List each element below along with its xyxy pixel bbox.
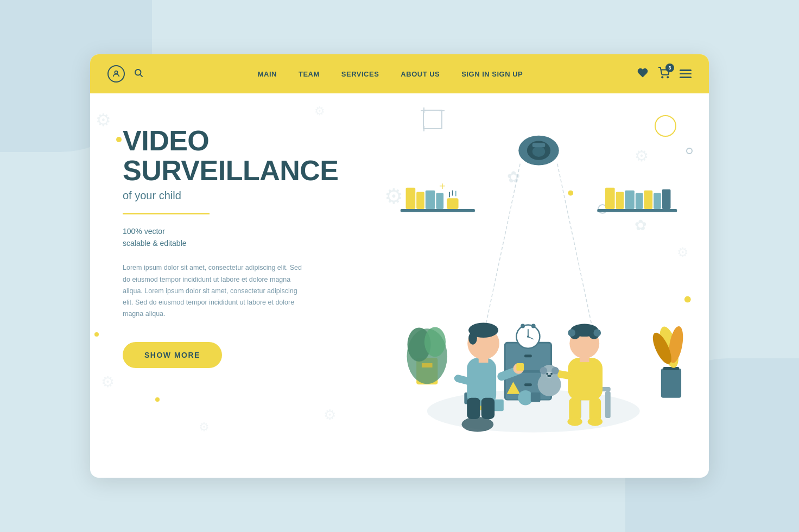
header-right: 3 bbox=[637, 67, 692, 81]
header: MAIN TEAM SERVICES ABOUT US SIGN IN SIGN… bbox=[90, 54, 709, 93]
svg-rect-22 bbox=[597, 209, 677, 212]
cart-badge: 3 bbox=[665, 64, 674, 72]
gear-icon-bl: ⚙ bbox=[101, 373, 115, 391]
svg-rect-59 bbox=[531, 392, 541, 402]
svg-point-0 bbox=[115, 71, 117, 74]
svg-point-12 bbox=[684, 296, 691, 303]
gear-icon-bm: ⚙ bbox=[199, 420, 210, 434]
hero-subtitle: of your child bbox=[123, 189, 341, 202]
vector-label: 100% vector scalable & editable bbox=[123, 225, 341, 250]
svg-rect-13 bbox=[401, 209, 475, 212]
main-nav: MAIN TEAM SERVICES ABOUT US SIGN IN SIGN… bbox=[143, 70, 637, 78]
svg-rect-25 bbox=[625, 191, 635, 209]
svg-point-65 bbox=[468, 332, 477, 345]
svg-rect-75 bbox=[568, 358, 603, 400]
svg-point-82 bbox=[568, 329, 575, 337]
nav-services[interactable]: SERVICES bbox=[341, 70, 379, 78]
svg-point-40 bbox=[424, 327, 446, 357]
scene-illustration: ⚙ ⚙ ⚙ ✿ ✿ bbox=[369, 93, 709, 478]
svg-rect-68 bbox=[516, 363, 524, 371]
svg-rect-33 bbox=[532, 143, 546, 147]
gear-icon-br: ⚙ bbox=[324, 407, 336, 423]
svg-text:⚙: ⚙ bbox=[384, 185, 403, 208]
svg-rect-15 bbox=[416, 192, 424, 209]
svg-rect-70 bbox=[467, 398, 480, 419]
svg-text:✿: ✿ bbox=[507, 168, 520, 186]
svg-rect-26 bbox=[636, 193, 643, 209]
nav-main[interactable]: MAIN bbox=[258, 70, 277, 78]
svg-rect-28 bbox=[654, 193, 661, 209]
main-card: MAIN TEAM SERVICES ABOUT US SIGN IN SIGN… bbox=[90, 54, 709, 478]
svg-rect-27 bbox=[644, 191, 652, 209]
user-icon[interactable] bbox=[107, 65, 125, 83]
heart-icon[interactable] bbox=[637, 67, 648, 81]
svg-text:⚙: ⚙ bbox=[635, 147, 649, 164]
hamburger-menu-icon[interactable] bbox=[680, 69, 692, 78]
svg-rect-97 bbox=[661, 369, 681, 398]
right-panel: + + ⚙ ⚙ ⚙ ✿ ✿ bbox=[369, 93, 709, 478]
svg-point-4 bbox=[667, 77, 668, 78]
svg-point-1 bbox=[135, 69, 141, 75]
svg-rect-24 bbox=[616, 192, 624, 209]
svg-rect-46 bbox=[524, 383, 532, 386]
svg-rect-16 bbox=[426, 191, 435, 209]
svg-point-60 bbox=[461, 417, 493, 432]
svg-point-52 bbox=[531, 324, 536, 328]
nav-signin[interactable]: SIGN IN SIGN UP bbox=[461, 70, 523, 78]
search-icon[interactable] bbox=[134, 68, 143, 80]
svg-point-3 bbox=[662, 77, 663, 78]
cart-icon[interactable]: 3 bbox=[658, 67, 670, 81]
deco-dot-3 bbox=[155, 397, 160, 402]
svg-point-58 bbox=[518, 390, 532, 405]
svg-rect-29 bbox=[662, 189, 671, 209]
svg-rect-45 bbox=[524, 354, 532, 357]
svg-point-92 bbox=[551, 367, 559, 375]
svg-rect-18 bbox=[447, 198, 459, 209]
lorem-text: Lorem ipsum dolor sit amet, consectetur … bbox=[123, 262, 307, 320]
svg-point-51 bbox=[521, 324, 525, 328]
hero-title: VIDEO SURVEILLANCE bbox=[123, 126, 341, 185]
svg-rect-14 bbox=[406, 188, 416, 209]
svg-rect-98 bbox=[663, 367, 679, 370]
svg-point-83 bbox=[593, 329, 601, 337]
svg-point-94 bbox=[546, 373, 548, 375]
svg-line-35 bbox=[557, 164, 592, 326]
header-left bbox=[107, 65, 143, 83]
svg-point-91 bbox=[540, 367, 547, 375]
deco-dot-1 bbox=[116, 137, 122, 142]
svg-point-87 bbox=[588, 417, 603, 426]
svg-point-96 bbox=[547, 375, 551, 377]
svg-text:✿: ✿ bbox=[635, 217, 647, 233]
left-panel: ⚙ ⚙ ⚙ ⚙ ⚙ VIDEO SURVEILLANCE of your chi… bbox=[90, 93, 369, 478]
svg-rect-74 bbox=[605, 391, 611, 418]
svg-rect-71 bbox=[481, 398, 494, 419]
svg-rect-17 bbox=[436, 193, 443, 209]
svg-text:⚙: ⚙ bbox=[677, 245, 689, 259]
nav-team[interactable]: TEAM bbox=[299, 70, 320, 78]
svg-rect-41 bbox=[422, 363, 433, 368]
svg-line-2 bbox=[140, 74, 142, 77]
svg-point-95 bbox=[550, 373, 553, 375]
svg-point-86 bbox=[567, 417, 582, 426]
svg-point-11 bbox=[568, 191, 573, 196]
show-more-button[interactable]: SHOW MORE bbox=[123, 342, 222, 368]
deco-dot-2 bbox=[94, 332, 99, 337]
svg-rect-23 bbox=[605, 188, 615, 209]
gear-icon-tr: ⚙ bbox=[314, 104, 325, 118]
nav-about[interactable]: ABOUT US bbox=[401, 70, 440, 78]
title-divider bbox=[123, 213, 210, 214]
content-area: ⚙ ⚙ ⚙ ⚙ ⚙ VIDEO SURVEILLANCE of your chi… bbox=[90, 93, 709, 478]
svg-line-34 bbox=[486, 164, 521, 326]
gear-icon-tl: ⚙ bbox=[96, 110, 111, 130]
svg-point-32 bbox=[532, 146, 546, 157]
